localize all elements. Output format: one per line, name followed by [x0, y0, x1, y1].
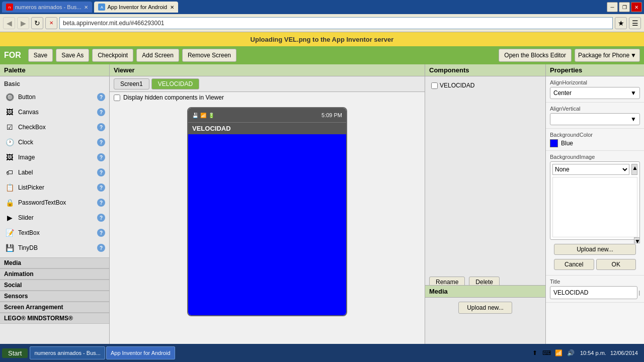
tab-screen1[interactable]: Screen1 [114, 78, 149, 89]
app-brand: FOR [4, 51, 21, 60]
palette-basic-label: Basic [0, 78, 109, 89]
save-as-button[interactable]: Save As [56, 49, 89, 62]
listpicker-label: ListPicker [18, 184, 94, 191]
address-bar[interactable]: beta.appinventor.mit.edu/#466293001 [59, 17, 613, 29]
clock-help-icon[interactable]: ? [97, 138, 105, 146]
phone-time: 5:09 PM [321, 112, 342, 118]
tinydb-icon: 💾 [4, 242, 15, 253]
palette-item-button[interactable]: 🔘 Button ? [0, 89, 109, 105]
tab-1[interactable]: n numeros animados - Bus... ✕ [2, 2, 92, 13]
palette-sensors-category[interactable]: Sensors [0, 291, 109, 302]
palette-lego-category[interactable]: LEGO® MINDSTORMS® [0, 313, 109, 324]
button-help-icon[interactable]: ? [97, 93, 105, 101]
title-group: Title | [546, 276, 644, 303]
canvas-help-icon[interactable]: ? [97, 108, 105, 116]
background-image-select[interactable]: None [552, 164, 629, 175]
canvas-icon: 🖼 [4, 107, 15, 118]
tab-1-label: numeros animados - Bus... [15, 4, 81, 10]
taskbar-date: 12/06/2014 [610, 350, 638, 356]
component-velocidad-label: VELOCIDAD [440, 82, 474, 89]
back-button[interactable]: ◀ [3, 17, 15, 29]
tinydb-help-icon[interactable]: ? [97, 244, 105, 252]
label-icon: 🏷 [4, 167, 15, 178]
palette-item-canvas[interactable]: 🖼 Canvas ? [0, 105, 109, 120]
button-icon: 🔘 [4, 92, 15, 103]
slider-help-icon[interactable]: ? [97, 214, 105, 222]
align-horizontal-dropdown[interactable]: Center ▼ [550, 87, 640, 99]
textbox-help-icon[interactable]: ? [97, 229, 105, 237]
palette-screen-arrangement-category[interactable]: Screen Arrangement [0, 302, 109, 313]
bg-image-scroll-down[interactable]: ▼ [634, 237, 640, 243]
cancel-button[interactable]: Cancel [554, 259, 594, 270]
palette-social-category[interactable]: Social [0, 280, 109, 291]
minimize-button[interactable]: ─ [607, 2, 618, 12]
bg-image-scroll-up[interactable]: ▲ [631, 164, 637, 175]
palette-item-label[interactable]: 🏷 Label ? [0, 165, 109, 180]
slider-label: Slider [18, 214, 94, 221]
canvas-label: Canvas [18, 109, 94, 116]
properties-panel: Properties AlignHorizontal Center ▼ Alig… [546, 64, 644, 348]
taskbar-item-1[interactable]: numeros animados - Bus... [30, 346, 105, 359]
background-image-group: BackgroundImage None ▲ ▼ Upload new... C… [546, 151, 644, 276]
checkbox-icon: ☑ [4, 122, 15, 133]
add-screen-button[interactable]: Add Screen [136, 49, 179, 62]
clock-label: Clock [18, 139, 94, 146]
hidden-components-checkbox[interactable] [114, 95, 120, 101]
passwordtextbox-help-icon[interactable]: ? [97, 199, 105, 207]
tab-2[interactable]: A App Inventor for Android ✕ [94, 2, 178, 13]
background-color-swatch[interactable] [550, 139, 558, 147]
title-input[interactable] [550, 286, 637, 299]
forward-button[interactable]: ▶ [17, 17, 29, 29]
palette-item-passwordtextbox[interactable]: 🔒 PasswordTextBox ? [0, 195, 109, 210]
checkbox-help-icon[interactable]: ? [97, 123, 105, 131]
palette-animation-category[interactable]: Animation [0, 268, 109, 280]
image-help-icon[interactable]: ? [97, 153, 105, 161]
tab-2-close[interactable]: ✕ [170, 5, 174, 10]
palette-media-category[interactable]: Media [0, 257, 109, 268]
palette-item-checkbox[interactable]: ☑ CheckBox ? [0, 120, 109, 135]
components-header: Components [425, 64, 545, 76]
tab-velocidad[interactable]: VELOCIDAD [151, 78, 199, 89]
palette-item-textbox[interactable]: 📝 TextBox ? [0, 225, 109, 240]
passwordtextbox-icon: 🔒 [4, 197, 15, 208]
background-image-label: BackgroundImage [550, 154, 640, 160]
reload-button[interactable]: ↻ [31, 17, 43, 29]
tab-1-close[interactable]: ✕ [84, 5, 88, 10]
start-button[interactable]: Start [2, 348, 28, 358]
palette-item-clock[interactable]: 🕐 Clock ? [0, 135, 109, 150]
palette-item-image[interactable]: 🖼 Image ? [0, 150, 109, 165]
label-help-icon[interactable]: ? [97, 168, 105, 176]
settings-button[interactable]: ☰ [629, 17, 641, 29]
checkpoint-button[interactable]: Checkpoint [92, 49, 133, 62]
upload-new-button-components[interactable]: Upload new... [458, 302, 512, 314]
palette-item-tinydb[interactable]: 💾 TinyDB ? [0, 240, 109, 255]
listpicker-help-icon[interactable]: ? [97, 184, 105, 192]
stop-button[interactable]: ✕ [45, 17, 57, 29]
open-blocks-button[interactable]: Open the Blocks Editor [499, 49, 572, 62]
palette-item-slider[interactable]: ▶ Slider ? [0, 210, 109, 225]
label-label: Label [18, 169, 94, 176]
align-horizontal-group: AlignHorizontal Center ▼ [546, 76, 644, 103]
browser-title-bar: n numeros animados - Bus... ✕ A App Inve… [0, 0, 644, 14]
remove-screen-button[interactable]: Remove Screen [182, 49, 236, 62]
palette-item-listpicker[interactable]: 📋 ListPicker ? [0, 180, 109, 195]
listpicker-icon: 📋 [4, 182, 15, 193]
component-velocidad-checkbox[interactable] [431, 82, 438, 89]
align-vertical-dropdown[interactable]: ▼ [550, 113, 640, 125]
taskbar-network-icon: 📶 [554, 348, 564, 358]
upload-new-button[interactable]: Upload new... [554, 244, 636, 255]
package-phone-button[interactable]: Package for Phone ▼ [575, 49, 640, 62]
package-label: Package for Phone [578, 52, 629, 59]
title-label: Title [550, 279, 640, 285]
package-dropdown-icon: ▼ [630, 52, 636, 59]
component-item-velocidad[interactable]: VELOCIDAD [429, 80, 541, 90]
save-button[interactable]: Save [28, 49, 53, 62]
ok-button[interactable]: OK [596, 259, 636, 270]
restore-button[interactable]: ❐ [619, 2, 630, 12]
properties-header: Properties [546, 64, 644, 76]
bookmark-button[interactable]: ★ [615, 17, 627, 29]
close-button[interactable]: ✕ [631, 2, 642, 12]
taskbar-item-2[interactable]: App Inventor for Android [106, 346, 175, 359]
background-color-label: BackgroundColor [550, 132, 640, 138]
address-text: beta.appinventor.mit.edu/#466293001 [63, 20, 165, 27]
